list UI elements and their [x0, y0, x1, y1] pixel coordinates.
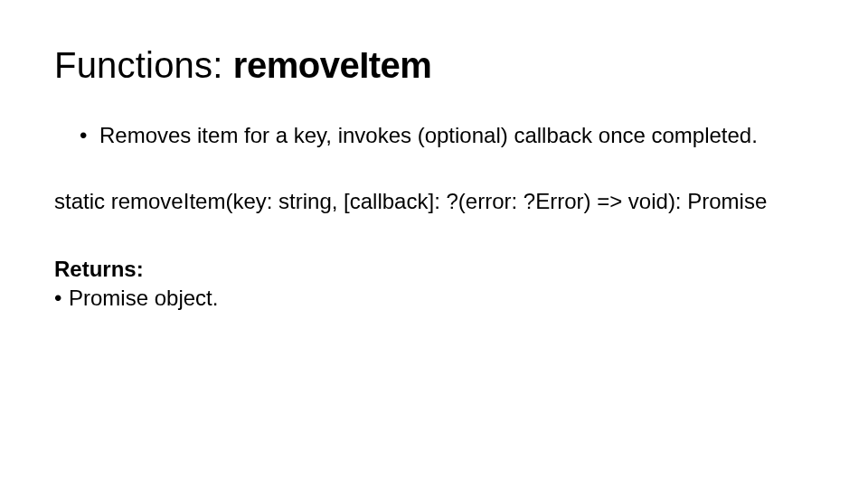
signature-text: static removeItem(key: string, [callback…: [54, 187, 814, 215]
slide-title: Functions: removeItem: [54, 45, 814, 85]
title-prefix: Functions:: [54, 45, 233, 85]
returns-label: Returns:: [54, 255, 814, 283]
title-function-name: removeItem: [233, 45, 432, 85]
slide: Functions: removeItem Removes item for a…: [0, 0, 868, 488]
description-bullet: Removes item for a key, invokes (optiona…: [83, 121, 814, 149]
returns-bullet: Promise object.: [54, 284, 814, 312]
returns-block: Returns: Promise object.: [54, 255, 814, 311]
description-block: Removes item for a key, invokes (optiona…: [54, 121, 814, 149]
slide-body: Removes item for a key, invokes (optiona…: [54, 121, 814, 312]
